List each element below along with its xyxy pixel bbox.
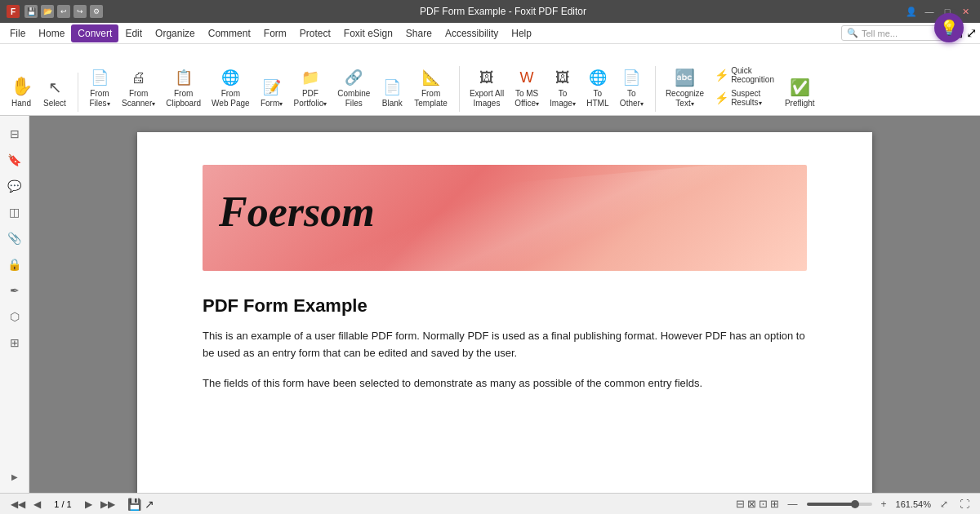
suspect-results-icon: ⚡	[715, 91, 728, 104]
hand-btn[interactable]: ✋ Hand	[5, 73, 38, 112]
undo-icon[interactable]: ↩	[57, 5, 70, 18]
tell-me-search[interactable]: 🔍 Tell me...	[841, 25, 947, 41]
sidebar-bookmarks-icon[interactable]: 🔖	[3, 148, 26, 171]
quick-recognition-icon: ⚡	[715, 69, 728, 82]
from-webpage-label: FromWeb Page	[212, 89, 250, 109]
zoom-level-label: 161.54%	[896, 499, 931, 509]
select-btn[interactable]: ↖ Select	[38, 74, 71, 112]
zoom-out-btn[interactable]: —	[786, 498, 800, 511]
redo-icon[interactable]: ↪	[74, 5, 87, 18]
from-scanner-btn[interactable]: 🖨 FromScanner	[117, 66, 160, 112]
page-number-input[interactable]	[47, 499, 79, 509]
sidebar-signatures-icon[interactable]: ✒	[3, 279, 26, 302]
suspect-results-btn[interactable]: ⚡ SuspectResults	[710, 87, 778, 109]
continuous-view-icon[interactable]: ⊠	[747, 498, 756, 510]
menu-convert[interactable]: Convert	[71, 24, 118, 42]
recognize-text-btn[interactable]: 🔤 RecognizeText	[661, 64, 709, 112]
first-page-btn[interactable]: ◀◀	[8, 498, 28, 511]
ribbon-ocr-group: 🔤 RecognizeText ⚡ QuickRecognition ⚡ Sus…	[661, 64, 826, 112]
menu-organize[interactable]: Organize	[149, 24, 202, 42]
combine-files-btn[interactable]: 🔗 CombineFiles	[332, 66, 375, 112]
to-ms-office-icon: W	[520, 69, 534, 87]
select-label: Select	[43, 99, 66, 109]
from-files-icon: 📄	[91, 69, 109, 87]
user-btn[interactable]: 👤	[903, 3, 920, 20]
fit-page-btn[interactable]: ⤢	[938, 498, 951, 511]
hand-icon: ✋	[11, 76, 33, 97]
sidebar-stamps-icon[interactable]: ⬡	[3, 305, 26, 328]
pdf-portfolio-icon: 📁	[301, 69, 319, 87]
blank-icon: 📄	[383, 79, 401, 97]
zoom-thumb[interactable]	[851, 500, 859, 508]
menu-file[interactable]: File	[3, 24, 32, 42]
sidebar-attachments-icon[interactable]: 📎	[3, 227, 26, 250]
document-area[interactable]: 💡 Foersom PDF Form Example This is an ex…	[29, 116, 980, 493]
menu-foxit-esign[interactable]: Foxit eSign	[337, 24, 399, 42]
to-ms-office-btn[interactable]: W To MSOffice	[510, 66, 544, 112]
sidebar-expand-arrow[interactable]: ▶	[9, 468, 20, 485]
document-paragraph-2: The fields of this form have been select…	[203, 375, 807, 392]
app-icon: F	[7, 5, 20, 18]
status-bar: ◀◀ ◀ ▶ ▶▶ 💾 ↗ ⊟ ⊠ ⊡ ⊞ — + 161.54% ⤢ ⛶	[0, 493, 980, 514]
save-icon[interactable]: 💾	[24, 5, 38, 18]
prev-page-btn[interactable]: ◀	[31, 498, 43, 511]
sidebar-comments-icon[interactable]: 💬	[3, 175, 26, 197]
from-webpage-btn[interactable]: 🌐 FromWeb Page	[207, 66, 255, 112]
menu-share[interactable]: Share	[399, 24, 439, 42]
expand-icon[interactable]: ⤢	[966, 25, 977, 41]
menu-edit[interactable]: Edit	[118, 24, 149, 42]
preflight-btn[interactable]: ✅ Preflight	[780, 74, 820, 112]
pdf-portfolio-btn[interactable]: 📁 PDFPortfolio	[289, 66, 332, 112]
menu-protect[interactable]: Protect	[293, 24, 337, 42]
grid-view-icon[interactable]: ⊞	[770, 498, 779, 510]
two-page-view-icon[interactable]: ⊡	[759, 498, 768, 510]
from-clipboard-btn[interactable]: 📋 FromClipboard	[161, 66, 206, 112]
preflight-icon: ✅	[790, 78, 810, 97]
title-bar-left: F 💾 📂 ↩ ↪ ⚙	[7, 5, 103, 18]
quick-access-icons: 💾 📂 ↩ ↪ ⚙	[24, 5, 103, 18]
ribbon: ✋ Hand ↖ Select 📄 FromFiles 🖨 FromScanne…	[0, 44, 980, 116]
hand-label: Hand	[11, 99, 31, 109]
sidebar-thumbnails-icon[interactable]: ⊟	[3, 122, 26, 145]
to-ms-office-label: To MSOffice	[514, 89, 539, 109]
from-template-icon: 📐	[422, 69, 440, 87]
menu-comment[interactable]: Comment	[202, 24, 257, 42]
minimize-btn[interactable]: —	[921, 3, 938, 20]
open-icon[interactable]: 📂	[41, 5, 54, 18]
to-other-icon: 📄	[622, 69, 640, 87]
to-html-btn[interactable]: 🌐 ToHTML	[581, 66, 614, 112]
left-sidebar: ⊟ 🔖 💬 ◫ 📎 🔒 ✒ ⬡ ⊞ ▶	[0, 116, 29, 493]
quick-recognition-btn[interactable]: ⚡ QuickRecognition	[710, 64, 778, 86]
title-bar: F 💾 📂 ↩ ↪ ⚙ PDF Form Example - Foxit PDF…	[0, 0, 980, 23]
to-other-btn[interactable]: 📄 ToOther	[615, 66, 648, 112]
menu-help[interactable]: Help	[505, 24, 538, 42]
sidebar-layers-icon[interactable]: ◫	[3, 201, 26, 224]
settings-icon[interactable]: ⚙	[90, 5, 103, 18]
blank-btn[interactable]: 📄 Blank	[376, 76, 408, 112]
ribbon-export-group: 🖼 Export AllImages W To MSOffice 🖼 ToIma…	[465, 66, 656, 112]
single-page-view-icon[interactable]: ⊟	[736, 498, 745, 510]
document-banner: Foersom	[203, 165, 807, 271]
export-all-images-icon: 🖼	[479, 69, 494, 87]
sidebar-fields-icon[interactable]: ⊞	[3, 331, 26, 354]
next-page-btn[interactable]: ▶	[82, 498, 95, 511]
form-btn[interactable]: 📝 Form	[256, 76, 288, 112]
combine-files-label: CombineFiles	[337, 89, 370, 109]
menu-home[interactable]: Home	[32, 24, 71, 42]
sidebar-security-icon[interactable]: 🔒	[3, 253, 26, 276]
zoom-slider[interactable]	[807, 503, 872, 506]
last-page-btn[interactable]: ▶▶	[98, 498, 118, 511]
share-icon[interactable]: ↗	[145, 498, 154, 511]
menu-form[interactable]: Form	[257, 24, 293, 42]
from-template-btn[interactable]: 📐 FromTemplate	[409, 66, 452, 112]
to-image-icon: 🖼	[555, 69, 570, 87]
from-files-btn[interactable]: 📄 FromFiles	[83, 66, 116, 112]
fullscreen-btn[interactable]: ⛶	[957, 498, 972, 511]
export-all-images-btn[interactable]: 🖼 Export AllImages	[465, 66, 509, 112]
to-html-label: ToHTML	[586, 89, 608, 109]
form-icon: 📝	[263, 79, 281, 97]
to-image-btn[interactable]: 🖼 ToImage	[545, 66, 581, 112]
menu-accessibility[interactable]: Accessibility	[439, 24, 505, 42]
zoom-in-btn[interactable]: +	[879, 498, 889, 511]
save-as-icon[interactable]: 💾	[127, 498, 141, 511]
